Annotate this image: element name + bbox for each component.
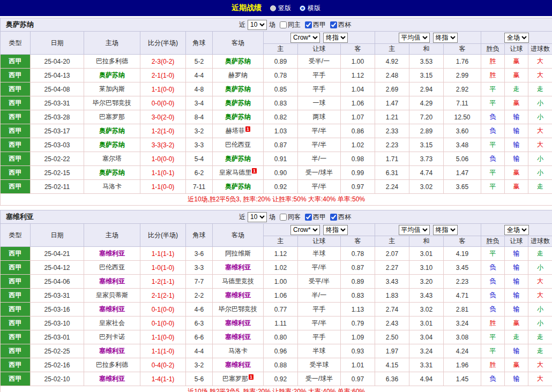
filter-cup[interactable]: 西杯 xyxy=(328,213,351,222)
corner-score: 8-4 xyxy=(186,110,213,124)
away-team-link[interactable]: 奥萨苏纳 xyxy=(213,152,264,166)
home-team-link[interactable]: 巴拉多利德 xyxy=(84,358,140,372)
away-team-link[interactable]: 马德里竞技 xyxy=(213,275,264,289)
red-card-badge: 1 xyxy=(245,126,250,132)
home-team-link[interactable]: 巴塞罗那 xyxy=(84,110,140,124)
corner-score: 3-2 xyxy=(186,358,213,372)
away-team-link[interactable]: 塞维利亚 xyxy=(213,316,264,330)
filter-same-venue[interactable]: 同客 xyxy=(278,213,301,222)
home-team-link[interactable]: 奥萨苏纳 xyxy=(84,69,140,82)
match-row: 西甲25-04-08莱加内斯1-1(0-0)4-8奥萨苏纳0.85平手1.042… xyxy=(1,82,552,96)
corner-score: 3-2 xyxy=(186,124,213,138)
euro-home-odds: 1.47 xyxy=(375,96,409,110)
euro-average-select[interactable]: 平均值 xyxy=(399,225,430,235)
cup-checkbox[interactable] xyxy=(330,21,337,28)
euro-home-odds: 2.48 xyxy=(375,69,409,82)
match-date: 25-03-01 xyxy=(31,330,84,344)
home-team-link[interactable]: 塞维利亚 xyxy=(84,303,140,316)
radio-horizontal-icon[interactable] xyxy=(300,5,305,11)
home-team-link[interactable]: 塞维利亚 xyxy=(84,275,140,289)
euro-final-odds-select[interactable]: 终指 xyxy=(433,33,458,43)
filter-cup[interactable]: 西杯 xyxy=(328,20,351,29)
asian-final-odds-select[interactable]: 终指 xyxy=(323,33,348,43)
asian-home-odds: 0.83 xyxy=(264,96,298,110)
corner-score: 7-7 xyxy=(186,275,213,289)
odds-company-select[interactable]: Crow* xyxy=(290,33,320,43)
euro-away-odds: 3.60 xyxy=(444,124,481,138)
league-checkbox[interactable] xyxy=(305,214,312,221)
col-header-asian-home: 主 xyxy=(264,44,298,55)
away-team-link[interactable]: 阿拉维斯 xyxy=(213,247,264,261)
home-team-link[interactable]: 巴列卡诺 xyxy=(84,330,140,344)
cup-checkbox[interactable] xyxy=(330,214,337,221)
away-team-link[interactable]: 奥萨苏纳 xyxy=(213,180,264,194)
col-header-home: 主场 xyxy=(84,224,140,247)
layout-option-vertical[interactable]: 竖版 xyxy=(270,4,291,13)
home-team-link[interactable]: 塞维利亚 xyxy=(84,247,140,261)
corner-score: 4-8 xyxy=(186,82,213,96)
league-badge: 西甲 xyxy=(1,69,31,82)
away-team-link[interactable]: 塞维利亚 xyxy=(213,289,264,303)
home-team-link[interactable]: 塞维利亚 xyxy=(84,372,140,386)
radio-vertical-icon[interactable] xyxy=(270,5,276,11)
col-header-away: 客场 xyxy=(213,224,264,247)
away-team-link[interactable]: 奥萨苏纳 xyxy=(213,82,264,96)
home-team-link[interactable]: 巴伦西亚 xyxy=(84,261,140,275)
away-team-link[interactable]: 巴塞罗那1 xyxy=(213,372,264,386)
recent-count-select[interactable]: 10 xyxy=(248,212,267,222)
match-result: 平 xyxy=(481,96,505,110)
home-team-link[interactable]: 塞维利亚 xyxy=(84,344,140,358)
home-team-link[interactable]: 莱加内斯 xyxy=(84,82,140,96)
away-team-link[interactable]: 毕尔巴鄂竞技 xyxy=(213,303,264,316)
corner-score: 2-2 xyxy=(186,289,213,303)
away-team-link[interactable]: 赫塔菲1 xyxy=(213,124,264,138)
corner-score: 6-3 xyxy=(186,316,213,330)
home-team-link[interactable]: 毕尔巴鄂竞技 xyxy=(84,96,140,110)
col-header-score: 比分(半场) xyxy=(140,32,186,55)
col-header-result: 胜负 xyxy=(481,236,505,247)
euro-average-select[interactable]: 平均值 xyxy=(399,33,430,43)
recent-count-select[interactable]: 10 xyxy=(248,20,267,30)
home-team-link[interactable]: 马洛卡 xyxy=(84,180,140,194)
home-team-link[interactable]: 奥萨苏纳 xyxy=(84,166,140,180)
euro-away-odds: 1.47 xyxy=(444,166,481,180)
goals-result: 大 xyxy=(528,124,552,138)
away-team-link[interactable]: 塞维利亚 xyxy=(213,358,264,372)
filter-league[interactable]: 西甲 xyxy=(303,20,326,29)
away-team-link[interactable]: 塞维利亚 xyxy=(213,330,264,344)
euro-draw-odds: 3.15 xyxy=(409,138,444,152)
away-team-link[interactable]: 皇家马德里1 xyxy=(213,166,264,180)
league-checkbox[interactable] xyxy=(305,21,312,28)
filter-league[interactable]: 西甲 xyxy=(303,213,326,222)
away-team-link[interactable]: 奥萨苏纳 xyxy=(213,110,264,124)
away-team-link[interactable]: 奥萨苏纳 xyxy=(213,96,264,110)
asian-away-odds: 0.87 xyxy=(341,261,375,275)
home-team-link[interactable]: 奥萨苏纳 xyxy=(84,138,140,152)
asian-final-odds-select[interactable]: 终指 xyxy=(323,225,348,235)
layout-option-horizontal[interactable]: 横版 xyxy=(300,4,320,13)
away-team-link[interactable]: 赫罗纳 xyxy=(213,69,264,82)
away-team-link[interactable]: 马洛卡 xyxy=(213,344,264,358)
fulltime-select[interactable]: 全场 xyxy=(504,33,529,43)
away-team-link[interactable]: 巴伦西亚 xyxy=(213,138,264,152)
home-team-link[interactable]: 塞尔塔 xyxy=(84,152,140,166)
match-result: 胜 xyxy=(481,69,505,82)
away-team-link[interactable]: 奥萨苏纳 xyxy=(213,55,264,69)
fulltime-select[interactable]: 全场 xyxy=(504,225,529,235)
euro-away-odds: 2.23 xyxy=(444,275,481,289)
euro-final-odds-select[interactable]: 终指 xyxy=(433,225,458,235)
same-venue-checkbox[interactable] xyxy=(280,21,287,28)
asian-handicap: 平手 xyxy=(298,303,341,316)
corner-score: 3-4 xyxy=(186,96,213,110)
match-row: 西甲25-04-06塞维利亚1-2(1-1)7-7马德里竞技1.00受平/半0.… xyxy=(1,275,552,289)
team-header-row: 塞维利亚 近 10 场 同客 西甲 xyxy=(1,210,552,224)
odds-company-select[interactable]: Crow* xyxy=(290,225,320,235)
filter-same-venue[interactable]: 同主 xyxy=(278,20,301,29)
home-team-link[interactable]: 皇家社会 xyxy=(84,316,140,330)
same-venue-checkbox[interactable] xyxy=(280,214,287,221)
home-team-link[interactable]: 奥萨苏纳 xyxy=(84,124,140,138)
away-team-link[interactable]: 塞维利亚 xyxy=(213,261,264,275)
asian-away-odds: 1.12 xyxy=(341,69,375,82)
home-team-link[interactable]: 巴拉多利德 xyxy=(84,55,140,69)
home-team-link[interactable]: 皇家贝蒂斯 xyxy=(84,289,140,303)
